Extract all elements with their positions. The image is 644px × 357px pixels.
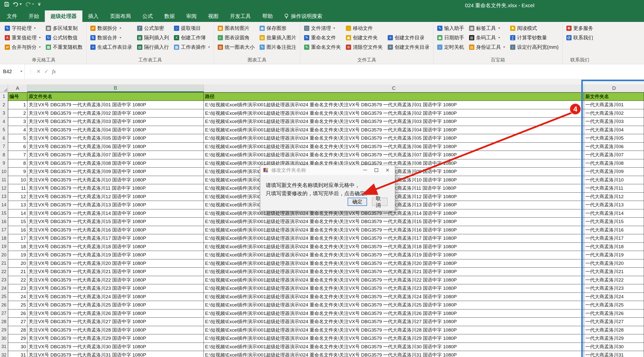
- ribbon-button-创建文件目录[interactable]: ≡创建文件目录: [387, 33, 430, 42]
- cell-new-folder-name[interactable]: 一代大商孟洛川20: [584, 259, 644, 268]
- cell-new-folder-name[interactable]: 一代大商孟洛川11: [584, 184, 644, 193]
- row-number[interactable]: 23: [0, 276, 8, 284]
- cell-index[interactable]: 20: [8, 259, 27, 268]
- cell-path[interactable]: E:\短视频\Excel插件演示\001超级处理器演示\024 重命名文件夹\关…: [204, 268, 584, 276]
- ribbon-button-重复值处理[interactable]: A重复值处理: [4, 33, 42, 42]
- ribbon-button-创建工作簿[interactable]: X创建工作簿: [173, 33, 211, 42]
- dialog-title-bar[interactable]: 修改文件夹名称 ×: [260, 165, 395, 175]
- cell-old-folder-name[interactable]: 关注VX号 DBG3579 一代大商孟洛川31 国语中字 1080P: [27, 351, 204, 357]
- cell-old-folder-name[interactable]: 关注VX号 DBG3579 一代大商孟洛川03 国语中字 1080P: [27, 118, 204, 126]
- ribbon-button-移动文件[interactable]: →移动文件: [345, 24, 384, 33]
- cell-new-folder-name[interactable]: 一代大商孟洛川01: [584, 101, 644, 109]
- ribbon-button-创建文件夹目录[interactable]: ≡创建文件夹目录: [387, 42, 430, 52]
- row-number[interactable]: 12: [0, 184, 8, 193]
- cell-path[interactable]: E:\短视频\Excel插件演示\001超级处理器演示\024 重命名文件夹\关…: [204, 101, 584, 109]
- ribbon-button-数据合并[interactable]: ⇅数据合并: [90, 33, 133, 42]
- ribbon-button-图表设圆角[interactable]: ◐图表设圆角: [217, 33, 255, 42]
- cell-index[interactable]: 1: [8, 101, 27, 109]
- ribbon-button-不重复随机数[interactable]: ▩不重复随机数: [45, 42, 83, 52]
- row-number[interactable]: 22: [0, 268, 8, 276]
- cell-old-folder-name[interactable]: 关注VX号 DBG3579 一代大商孟洛川18 国语中字 1080P: [27, 243, 204, 251]
- tab-页面布局[interactable]: 页面布局: [104, 11, 136, 22]
- cell-new-folder-name[interactable]: 一代大商孟洛川22: [584, 276, 644, 284]
- cell-old-folder-name[interactable]: 关注VX号 DBG3579 一代大商孟洛川06 国语中字 1080P: [27, 143, 204, 151]
- column-header-C[interactable]: C: [204, 84, 584, 92]
- cell-old-folder-name[interactable]: 关注VX号 DBG3579 一代大商孟洛川25 国语中字 1080P: [27, 301, 204, 309]
- cell-index[interactable]: 14: [8, 209, 27, 218]
- cell-path[interactable]: E:\短视频\Excel插件演示\001超级处理器演示\024 重命名文件夹\关…: [204, 318, 584, 326]
- cell-new-folder-name[interactable]: 一代大商孟洛川13: [584, 201, 644, 209]
- name-box-dropdown-icon[interactable]: [20, 71, 23, 72]
- row-number[interactable]: 14: [0, 201, 8, 209]
- tab-公式[interactable]: 公式: [136, 11, 158, 22]
- cell-new-folder-name[interactable]: 一代大商孟洛川14: [584, 209, 644, 218]
- ribbon-button-合并与拆分[interactable]: ⇄合并与拆分: [4, 42, 42, 52]
- tab-数据[interactable]: 数据: [158, 11, 180, 22]
- ribbon-button-标签工具[interactable]: ▦标签工具: [468, 24, 506, 33]
- cell-index[interactable]: 22: [8, 276, 27, 284]
- cell-old-folder-name[interactable]: 关注VX号 DBG3579 一代大商孟洛川16 国语中字 1080P: [27, 226, 204, 234]
- cell-new-folder-name[interactable]: 一代大商孟洛川09: [584, 168, 644, 176]
- cell-path[interactable]: E:\短视频\Excel插件演示\001超级处理器演示\024 重命名文件夹\关…: [204, 326, 584, 334]
- name-box[interactable]: B42: [0, 64, 25, 79]
- cell-new-folder-name[interactable]: 一代大商孟洛川27: [584, 318, 644, 326]
- row-number[interactable]: 16: [0, 218, 8, 226]
- cell-old-folder-name[interactable]: 关注VX号 DBG3579 一代大商孟洛川11 国语中字 1080P: [27, 184, 204, 193]
- formula-input[interactable]: [59, 64, 644, 79]
- row-number[interactable]: 1: [0, 92, 8, 101]
- cell-new-folder-name[interactable]: 一代大商孟洛川16: [584, 226, 644, 234]
- cell-old-folder-name[interactable]: 关注VX号 DBG3579 一代大商孟洛川21 国语中字 1080P: [27, 268, 204, 276]
- ok-button[interactable]: 确定: [348, 198, 367, 206]
- column-header-B[interactable]: B: [27, 84, 204, 92]
- tab-开发工具[interactable]: 开发工具: [224, 11, 256, 22]
- ribbon-button-日期助手[interactable]: ▣日期助手: [436, 33, 465, 42]
- cell-path[interactable]: E:\短视频\Excel插件演示\001超级处理器演示\024 重命名文件夹\关…: [204, 259, 584, 268]
- row-number[interactable]: 31: [0, 343, 8, 351]
- row-number[interactable]: 8: [0, 151, 8, 159]
- ribbon-button-提取项目[interactable]: ○提取项目: [173, 24, 211, 33]
- ribbon-button-工作表操作[interactable]: ▦工作表操作: [173, 42, 211, 52]
- cell-old-folder-name[interactable]: 关注VX号 DBG3579 一代大商孟洛川30 国语中字 1080P: [27, 343, 204, 351]
- tab-文件[interactable]: 文件: [1, 11, 23, 22]
- row-number[interactable]: 2: [0, 101, 8, 109]
- cell-path[interactable]: E:\短视频\Excel插件演示\001超级处理器演示\024 重命名文件夹\关…: [204, 284, 584, 293]
- cell-path[interactable]: E:\短视频\Excel插件演示\001超级处理器演示\024 重命名文件夹\关…: [204, 243, 584, 251]
- cell-index[interactable]: 26: [8, 309, 27, 318]
- ribbon-button-数据拆分[interactable]: ⇄数据拆分: [90, 24, 133, 33]
- cell-new-folder-name[interactable]: 一代大商孟洛川08: [584, 159, 644, 168]
- cell-index[interactable]: 19: [8, 251, 27, 259]
- row-number[interactable]: 17: [0, 226, 8, 234]
- ribbon-button-保存图形[interactable]: ▣保存图形: [259, 24, 297, 33]
- cell-path[interactable]: E:\短视频\Excel插件演示\001超级处理器演示\024 重命名文件夹\关…: [204, 276, 584, 284]
- row-number[interactable]: 6: [0, 134, 8, 143]
- ribbon-button-多区域复制[interactable]: ▦多区域复制: [45, 24, 83, 33]
- cell-index[interactable]: 8: [8, 159, 27, 168]
- column-header-A[interactable]: A: [8, 84, 27, 92]
- cell-new-folder-name[interactable]: 一代大商孟洛川03: [584, 118, 644, 126]
- cell-path[interactable]: E:\短视频\Excel插件演示\001超级处理器演示\024 重命名文件夹\关…: [204, 226, 584, 234]
- cell-path[interactable]: E:\短视频\Excel插件演示\001超级处理器演示\024 重命名文件夹\关…: [204, 309, 584, 318]
- undo-icon[interactable]: [13, 2, 22, 7]
- tab-开始[interactable]: 开始: [23, 11, 45, 22]
- cell-new-folder-name[interactable]: 一代大商孟洛川07: [584, 151, 644, 159]
- header-cell-c1[interactable]: 路径: [204, 92, 584, 101]
- cell-path[interactable]: E:\短视频\Excel插件演示\001超级处理器演示\024 重命名文件夹\关…: [204, 234, 584, 243]
- row-number[interactable]: 18: [0, 234, 8, 243]
- cell-index[interactable]: 21: [8, 268, 27, 276]
- cell-old-folder-name[interactable]: 关注VX号 DBG3579 一代大商孟洛川22 国语中字 1080P: [27, 276, 204, 284]
- select-all-corner[interactable]: [0, 84, 8, 92]
- cell-index[interactable]: 24: [8, 293, 27, 301]
- row-number[interactable]: 19: [0, 243, 8, 251]
- column-header-D[interactable]: D: [584, 84, 644, 92]
- ribbon-button-公式转数值[interactable]: ↻公式转数值: [45, 33, 83, 42]
- dialog-maximize-icon[interactable]: [374, 168, 378, 172]
- cell-index[interactable]: 10: [8, 176, 27, 184]
- cell-path[interactable]: E:\短视频\Excel插件演示\001超级处理器演示\024 重命名文件夹\关…: [204, 343, 584, 351]
- ribbon-button-更多服务[interactable]: ✚更多服务: [566, 24, 594, 33]
- ribbon-button-隔列插入列[interactable]: ▥隔列插入列: [136, 33, 170, 42]
- cell-index[interactable]: 16: [8, 226, 27, 234]
- cell-path[interactable]: E:\短视频\Excel插件演示\001超级处理器演示\024 重命名文件夹\关…: [204, 351, 584, 357]
- cell-index[interactable]: 9: [8, 168, 27, 176]
- cell-old-folder-name[interactable]: 关注VX号 DBG3579 一代大商孟洛川27 国语中字 1080P: [27, 318, 204, 326]
- ribbon-button-生成工作表目录[interactable]: ≡生成工作表目录: [90, 42, 133, 52]
